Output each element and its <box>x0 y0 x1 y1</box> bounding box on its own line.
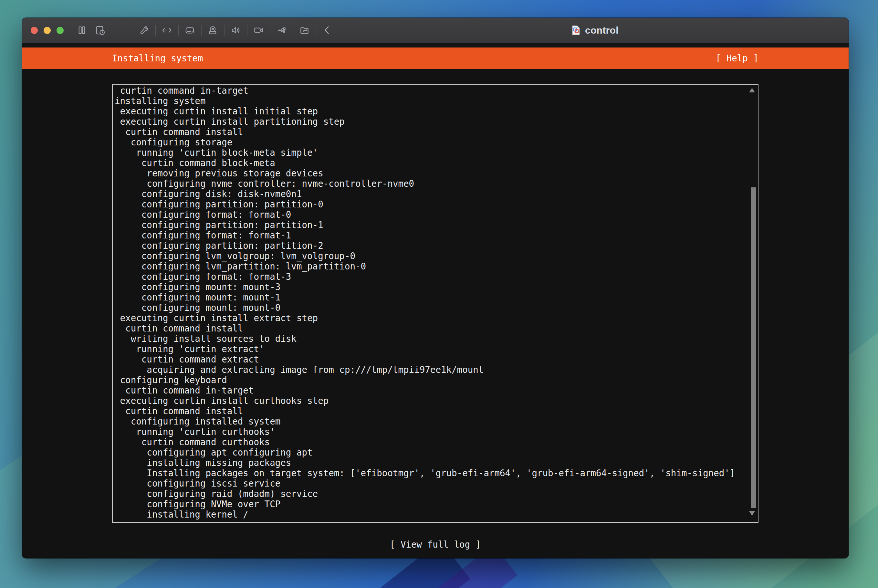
install-log-text: curtin command in-target installing syst… <box>113 85 758 519</box>
install-log-panel[interactable]: curtin command in-target installing syst… <box>112 84 758 523</box>
titlebar: control <box>22 18 849 43</box>
toolbar-separator <box>316 25 316 36</box>
toolbar-separator <box>293 25 293 36</box>
header-gap <box>22 43 849 48</box>
scroll-down-arrow-icon[interactable] <box>749 511 755 516</box>
window-title-area: control <box>571 18 619 43</box>
window-title: control <box>585 25 619 36</box>
scroll-up-arrow-icon[interactable] <box>749 88 755 92</box>
close-button[interactable] <box>31 27 38 34</box>
toolbar-left-group <box>76 25 105 35</box>
video-capture-icon[interactable] <box>253 25 264 35</box>
toolbar-separator <box>201 25 202 36</box>
toolbar-separator <box>155 25 156 36</box>
help-button[interactable]: [ Help ] <box>716 53 758 63</box>
toolbar-separator <box>178 25 178 36</box>
toolbar-separator <box>247 25 247 36</box>
toolbar-separator <box>224 25 225 36</box>
zoom-button[interactable] <box>57 27 64 34</box>
window-controls <box>31 27 64 34</box>
restart-icon[interactable] <box>95 25 105 35</box>
installer-header: Installing system [ Help ] <box>22 48 849 69</box>
installer-title: Installing system <box>112 53 203 63</box>
cd-drive-icon[interactable] <box>208 25 218 35</box>
toolbar-right-group <box>139 25 333 36</box>
drive-icon[interactable] <box>185 25 195 35</box>
pause-icon[interactable] <box>76 25 87 35</box>
tools-icon[interactable] <box>139 25 149 35</box>
vm-window: control Installing system [ Help ] curti… <box>22 18 849 558</box>
minimize-button[interactable] <box>43 27 51 34</box>
collapse-toolbar-icon[interactable] <box>322 25 333 35</box>
view-full-log-button[interactable]: [ View full log ] <box>22 539 849 549</box>
vm-document-icon <box>571 25 581 35</box>
directory-share-icon[interactable] <box>300 25 309 35</box>
usb-icon[interactable] <box>277 25 286 35</box>
toolbar-separator <box>270 25 270 36</box>
serial-console-icon[interactable] <box>162 25 172 35</box>
installer-screen: curtin command in-target installing syst… <box>22 69 849 558</box>
sound-icon[interactable] <box>231 25 241 35</box>
scrollbar-thumb[interactable] <box>751 188 756 508</box>
